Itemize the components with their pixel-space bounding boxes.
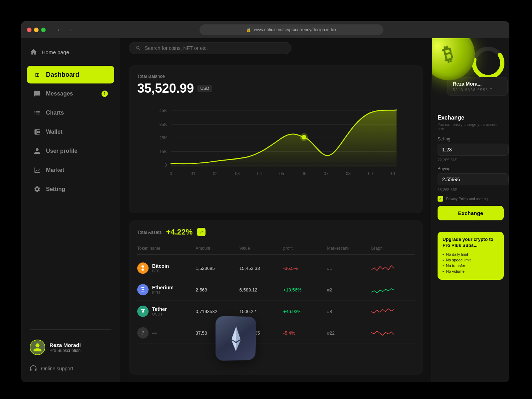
- token-cell-usdt: ₮ Tether USDT: [137, 306, 196, 317]
- col-amount: Amount: [196, 246, 239, 251]
- table-row: ? — 37,58 21,926.05 -5.4% #22: [137, 322, 415, 344]
- profile-card-top: Reza Mora... 5213 9658 5556 7: [447, 77, 508, 96]
- eth-profit: +10.56%: [283, 287, 327, 293]
- token-cell-btc: ₿ Bitcoin BTC: [137, 262, 196, 274]
- buying-row: →: [438, 173, 504, 185]
- sidebar-divider: [30, 329, 111, 330]
- eth-value: 6,589.12: [239, 287, 283, 293]
- btc-profit: -36.5%: [283, 266, 327, 271]
- eth-rank: #2: [327, 287, 371, 293]
- token-cell-eth: Ξ Etherium ETH: [137, 284, 196, 295]
- selling-input[interactable]: [438, 144, 509, 156]
- headphones-icon: [30, 365, 37, 372]
- main-header: [120, 38, 432, 58]
- sidebar-item-userprofile[interactable]: User profile: [27, 142, 114, 160]
- market-icon: [33, 166, 41, 174]
- col-token: Token name: [137, 246, 196, 251]
- svg-point-22: [300, 133, 308, 141]
- svg-text:15K: 15K: [159, 149, 167, 154]
- nav-arrows: ‹ ›: [54, 25, 75, 34]
- app-layout: Home page ⊞ Dashboard Messages: [21, 38, 509, 382]
- svg-text:0: 0: [164, 163, 167, 168]
- usdt-sparkline: [371, 306, 415, 317]
- address-bar[interactable]: 🔒 www.obtic.com/cryptocurrency/design.in…: [200, 24, 383, 35]
- sidebar-item-market[interactable]: Market: [27, 161, 114, 179]
- other-rank: #22: [327, 330, 371, 336]
- balance-number: 35,520.99: [137, 81, 194, 96]
- usdt-profit: +46.93%: [283, 309, 327, 314]
- btc-ticker: BTC: [152, 269, 169, 273]
- buying-input[interactable]: [438, 173, 509, 185]
- sidebar-user-section: Reza Moradi Pro Subscribtion: [21, 334, 120, 361]
- svg-text:45K: 45K: [159, 108, 167, 113]
- sidebar-item-charts[interactable]: Charts: [27, 104, 114, 122]
- sidebar-item-messages[interactable]: Messages 1: [27, 85, 114, 103]
- svg-text:02: 02: [213, 171, 218, 176]
- svg-text:08: 08: [346, 171, 351, 176]
- exchange-subtitle: You can easily change your assets here: [438, 122, 504, 131]
- market-label: Market: [46, 167, 64, 173]
- userprofile-icon: [33, 147, 41, 155]
- dashboard-label: Dashboard: [46, 71, 79, 79]
- ethereum-float: [215, 316, 256, 361]
- eth-name: Etherium: [152, 285, 174, 290]
- wallet-icon: [33, 128, 41, 136]
- upgrade-item-3: No transfer: [443, 264, 499, 268]
- browser-chrome: ‹ › 🔒 www.obtic.com/cryptocurrency/desig…: [21, 21, 509, 38]
- btc-name: Bitcoin: [152, 263, 169, 269]
- chart-container: 45K 35K 25K 15K 0 0 01 02 03 04 05: [137, 103, 415, 181]
- maximize-button[interactable]: [41, 28, 46, 32]
- privacy-checkbox[interactable]: ✓: [438, 196, 443, 202]
- search-input[interactable]: [145, 45, 285, 51]
- sidebar-item-dashboard[interactable]: ⊞ Dashboard: [27, 66, 114, 83]
- minimize-button[interactable]: [34, 28, 39, 32]
- security-icon: 🔒: [246, 28, 251, 32]
- sidebar-item-wallet[interactable]: Wallet: [27, 123, 114, 141]
- col-rank: Market rank: [327, 246, 371, 251]
- donut-widget: [470, 45, 506, 81]
- table-header: Token name Amount Value profit Market ra…: [137, 242, 415, 255]
- buying-amount: 15,265.36$: [438, 187, 504, 192]
- eth-icon: Ξ: [137, 284, 149, 295]
- other-profit: -5.4%: [283, 330, 327, 336]
- btc-icon: ₿: [137, 262, 149, 274]
- messages-icon: [33, 90, 41, 98]
- btc-value: 15,452.33: [239, 266, 283, 271]
- upgrade-item-1: No daily limit: [443, 252, 499, 256]
- upgrade-title: Upgrade your crypto to Pro Plus Subs...: [443, 237, 499, 249]
- search-icon: [135, 45, 141, 51]
- usdt-ticker: USDT: [152, 312, 167, 316]
- exchange-section: Exchange You can easily change your asse…: [432, 109, 509, 232]
- eth-sparkline: [371, 284, 415, 295]
- back-button[interactable]: ‹: [54, 25, 63, 34]
- user-name: Reza Moradi: [50, 342, 111, 348]
- search-bar[interactable]: [129, 42, 291, 54]
- setting-icon: [33, 185, 41, 193]
- traffic-lights: [27, 28, 46, 32]
- close-button[interactable]: [27, 28, 31, 32]
- usdt-amount: 0,7193582: [196, 309, 239, 314]
- forward-button[interactable]: ›: [65, 25, 75, 34]
- sidebar-item-setting[interactable]: Setting: [27, 180, 114, 198]
- profile-card-numbers: 5213 9658 5556 7: [453, 88, 502, 92]
- token-cell-other: ? —: [137, 327, 196, 339]
- svg-text:0: 0: [170, 171, 172, 176]
- svg-text:03: 03: [235, 171, 240, 176]
- exchange-button[interactable]: Exchange: [438, 206, 504, 220]
- col-graph: Graph: [371, 246, 415, 251]
- wallet-label: Wallet: [46, 129, 63, 135]
- browser-window: ‹ › 🔒 www.obtic.com/cryptocurrency/desig…: [21, 21, 509, 382]
- other-icon: ?: [137, 327, 149, 339]
- sidebar-support[interactable]: Online support: [21, 361, 120, 375]
- setting-label: Setting: [46, 186, 65, 192]
- privacy-text: Privacy Policy and user ag...: [446, 197, 491, 201]
- exchange-title: Exchange: [438, 115, 504, 121]
- btc-amount: 1,523685: [196, 266, 239, 271]
- upgrade-item-4: No volume: [443, 269, 499, 273]
- user-info: Reza Moradi Pro Subscribtion: [50, 342, 111, 353]
- table-row: ₮ Tether USDT 0,7193582 1500.22 +46.93% …: [137, 301, 415, 322]
- balance-currency: USD: [197, 85, 212, 92]
- eth-amount: 2,568: [196, 287, 239, 293]
- sidebar-home[interactable]: Home page: [21, 45, 120, 63]
- dashboard-icon: ⊞: [33, 71, 41, 79]
